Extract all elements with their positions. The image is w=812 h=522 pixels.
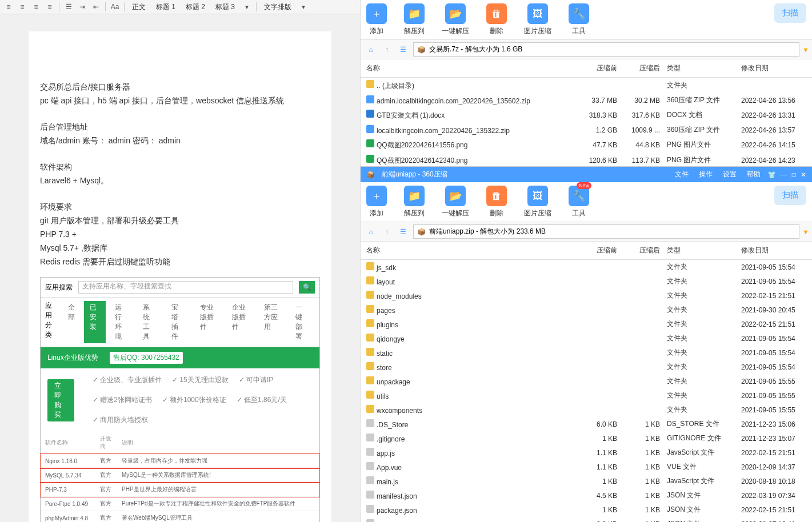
file-row[interactable]: qidongye文件夹2021-09-05 15:54 — [361, 331, 812, 346]
col-date[interactable]: 修改日期 — [738, 244, 812, 257]
cell-dev: 官方 — [95, 454, 117, 468]
cell-before: 120.6 KB — [578, 155, 621, 166]
home-icon[interactable]: ⌂ — [365, 226, 377, 238]
scan-button[interactable]: 扫描 — [774, 186, 806, 205]
panel-tab: 宝塔插件 — [166, 301, 191, 343]
cell-date: 2021-09-05 15:54 — [738, 276, 812, 287]
file-row[interactable]: App.vue1.1 KB1 KBVUE 文件2020-12-09 14:37 — [361, 460, 812, 474]
align-left-icon[interactable]: ≡ — [2, 2, 15, 12]
menu-file[interactable]: 文件 — [675, 170, 689, 179]
file-row[interactable]: QQ截图20220426142340.png120.6 KB113.7 KBPN… — [361, 152, 812, 166]
file-row[interactable]: wxcomponents文件夹2021-09-05 15:55 — [361, 403, 812, 417]
file-row[interactable]: main.js1 KB1 KBJavaScript 文件2020-08-18 1… — [361, 474, 812, 488]
img-compress-button[interactable]: 🖼图片压缩 — [524, 186, 551, 218]
menu-operation[interactable]: 操作 — [699, 170, 713, 179]
file-row[interactable]: .. (上级目录)文件夹 — [361, 78, 812, 93]
arc1-nav: ⌂ ↑ ☰ 📦 交易所.7z - 解包大小为 1.6 GB ▾ — [361, 39, 812, 59]
add-button[interactable]: ＋添加 — [366, 186, 387, 218]
align-center-icon[interactable]: ≡ — [16, 2, 29, 12]
up-icon[interactable]: ↑ — [381, 44, 393, 55]
col-name[interactable]: 名称 — [361, 62, 578, 75]
align-justify-icon[interactable]: ≡ — [43, 2, 56, 12]
cell-dev: 官方 — [95, 497, 117, 511]
file-row[interactable]: node_modules文件夹2022-02-15 21:51 — [361, 288, 812, 303]
word-editor: ≡ ≡ ≡ ≡ ☰ ⇥ ⇤ Aa 正文 标题 1 标题 2 标题 3 ▾ 文字排… — [0, 0, 361, 522]
layout-drop-icon[interactable]: ▾ — [297, 2, 310, 12]
cell-type: PNG 图片文件 — [663, 138, 738, 151]
col-date[interactable]: 修改日期 — [738, 62, 812, 75]
file-row[interactable]: js_sdk文件夹2021-09-05 15:54 — [361, 260, 812, 274]
path-dropdown-icon[interactable]: ▾ — [804, 46, 807, 54]
file-row[interactable]: localbitkingcoin.com_20220426_135322.zip… — [361, 123, 812, 137]
file-row[interactable]: GTB安装文档 (1).docx318.3 KB317.6 KBDOCX 文档2… — [361, 107, 812, 123]
style-h1[interactable]: 标题 1 — [151, 2, 180, 12]
path-input[interactable]: 📦 前端uniapp.zip - 解包大小为 233.6 MB — [413, 224, 799, 239]
add-button[interactable]: ＋添加 — [366, 3, 387, 36]
col-after[interactable]: 压缩后 — [621, 62, 663, 75]
col-type[interactable]: 类型 — [663, 244, 738, 257]
col-after[interactable]: 压缩后 — [621, 244, 663, 257]
list-icon[interactable]: ☰ — [62, 2, 75, 12]
file-row[interactable]: .DS_Store6.0 KB1 KBDS_STORE 文件2021-12-23… — [361, 417, 812, 431]
path-input[interactable]: 📦 交易所.7z - 解包大小为 1.6 GB — [413, 42, 799, 57]
col-before[interactable]: 压缩前 — [578, 62, 621, 75]
word-toolbar: ≡ ≡ ≡ ≡ ☰ ⇥ ⇤ Aa 正文 标题 1 标题 2 标题 3 ▾ 文字排… — [0, 0, 360, 14]
file-row[interactable]: pages文件夹2021-09-30 20:45 — [361, 303, 812, 317]
panel-tab: 全部 — [62, 301, 81, 343]
path-dropdown-icon[interactable]: ▾ — [804, 228, 807, 236]
file-row[interactable]: store文件夹2021-09-05 15:54 — [361, 360, 812, 374]
outdent-icon[interactable]: ⇤ — [90, 2, 102, 12]
extract-to-button[interactable]: 📁解压到 — [404, 3, 425, 36]
style-more-icon[interactable]: ▾ — [241, 2, 253, 12]
file-row[interactable]: unpackage文件夹2021-09-05 15:55 — [361, 374, 812, 388]
col-before[interactable]: 压缩前 — [578, 244, 621, 257]
menu-settings[interactable]: 设置 — [723, 170, 737, 179]
one-click-button[interactable]: 📂一键解压 — [442, 3, 469, 36]
extract-to-button[interactable]: 📁解压到 — [404, 186, 425, 218]
delete-button[interactable]: 🗑删除 — [486, 3, 507, 36]
cell-desc: 著名Web端MySQL管理工具 — [117, 511, 319, 523]
style-h3[interactable]: 标题 3 — [211, 2, 239, 12]
maximize-icon[interactable]: □ — [792, 171, 796, 179]
align-right-icon[interactable]: ≡ — [30, 2, 42, 12]
close-icon[interactable]: ✕ — [801, 171, 806, 179]
document-area[interactable]: 交易所总后台/接口服务器 pc 端 api 接口，h5 端 api 接口，后台管… — [0, 14, 360, 522]
cell-type: 文件夹 — [663, 275, 738, 288]
file-icon — [366, 448, 374, 456]
col-type[interactable]: 类型 — [663, 62, 738, 75]
menu-help[interactable]: 帮助 — [747, 170, 761, 179]
format-icon[interactable]: Aa — [109, 2, 121, 12]
style-h2[interactable]: 标题 2 — [181, 2, 210, 12]
file-row[interactable]: package.json1 KB1 KBJSON 文件2022-02-15 21… — [361, 503, 812, 517]
file-row[interactable]: app.js1.1 KB1 KBJavaScript 文件2022-02-15 … — [361, 445, 812, 460]
up-icon[interactable]: ↑ — [381, 226, 393, 238]
cell-date: 2022-04-26 13:56 — [738, 95, 812, 106]
file-row[interactable]: plugins文件夹2022-02-15 21:51 — [361, 317, 812, 331]
file-icon — [366, 291, 374, 299]
col-name[interactable]: 名称 — [361, 244, 578, 257]
file-row[interactable]: layout文件夹2021-09-05 15:54 — [361, 274, 812, 288]
skin-icon[interactable]: 👕 — [767, 171, 776, 179]
text-layout[interactable]: 文字排版 — [259, 2, 296, 12]
cell-after: 1009.9 ... — [621, 125, 663, 136]
file-row[interactable]: utils文件夹2021-09-05 15:55 — [361, 388, 812, 403]
indent-icon[interactable]: ⇥ — [76, 2, 89, 12]
home-icon[interactable]: ⌂ — [365, 44, 377, 55]
scan-button[interactable]: 扫描 — [774, 3, 806, 23]
file-row[interactable]: .gitignore1 KB1 KBGITIGNORE 文件2021-12-23… — [361, 431, 812, 445]
tools-button[interactable]: 🔧工具 — [569, 3, 589, 36]
minimize-icon[interactable]: — — [781, 171, 787, 179]
file-row[interactable]: manifest.json4.5 KB1 KBJSON 文件2022-03-19… — [361, 488, 812, 503]
one-click-button[interactable]: 📂一键解压 — [442, 186, 469, 218]
list-view-icon[interactable]: ☰ — [397, 44, 409, 55]
style-normal[interactable]: 正文 — [127, 2, 150, 12]
file-row[interactable]: static文件夹2021-09-05 15:54 — [361, 346, 812, 360]
delete-button[interactable]: 🗑删除 — [486, 186, 507, 218]
list-view-icon[interactable]: ☰ — [397, 226, 409, 238]
file-row[interactable]: QQ截图20220426141556.png47.7 KB44.8 KBPNG … — [361, 137, 812, 152]
file-row[interactable]: package-lock.json2.2 KB1 KBJSON 文件2020-0… — [361, 517, 812, 522]
tools-button[interactable]: 🔧工具 — [569, 186, 589, 218]
cell-date: 2022-04-26 13:57 — [738, 125, 812, 136]
file-row[interactable]: admin.localbitkingcoin.com_20220426_1356… — [361, 93, 812, 107]
img-compress-button[interactable]: 🖼图片压缩 — [524, 3, 551, 36]
